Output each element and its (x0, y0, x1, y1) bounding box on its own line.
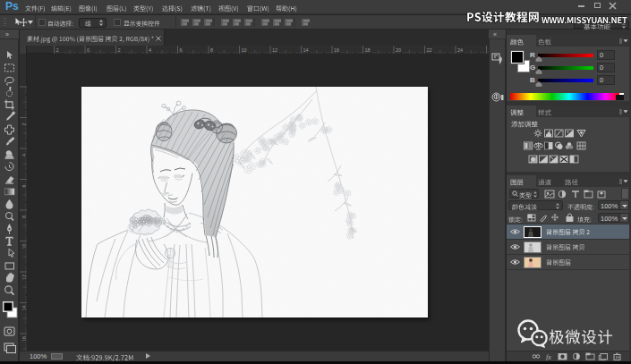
svg-text:16: 16 (334, 47, 339, 53)
svg-text:8: 8 (21, 216, 27, 218)
svg-text:4: 4 (21, 154, 27, 157)
svg-text:14: 14 (21, 305, 27, 310)
svg-text:2: 2 (56, 47, 59, 53)
svg-text:8: 8 (210, 47, 213, 53)
svg-text:2: 2 (118, 47, 121, 53)
svg-text:fx: fx (546, 353, 551, 361)
svg-text:12: 12 (272, 47, 277, 53)
svg-text:0: 0 (87, 47, 90, 53)
svg-text:4: 4 (149, 47, 151, 53)
svg-text:20: 20 (396, 47, 401, 53)
svg-text:22: 22 (427, 47, 432, 53)
svg-text:10: 10 (21, 243, 27, 249)
svg-text:6: 6 (180, 47, 183, 53)
svg-text:14: 14 (303, 47, 309, 53)
svg-text:16: 16 (21, 336, 27, 342)
svg-text:10: 10 (242, 47, 247, 53)
svg-text:6: 6 (21, 184, 27, 187)
svg-text:12: 12 (21, 275, 27, 280)
svg-text:18: 18 (365, 47, 371, 53)
svg-text:2: 2 (21, 123, 27, 125)
svg-text:24: 24 (457, 47, 463, 53)
